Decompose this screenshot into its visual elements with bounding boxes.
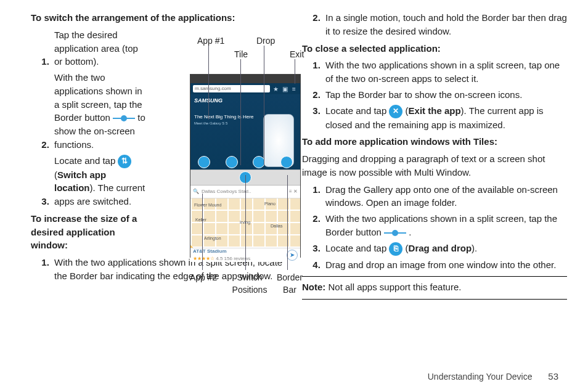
step-text: In a single motion, touch and hold the B… xyxy=(325,12,567,36)
label-app1: App #1 xyxy=(197,35,224,47)
step-2: With the two applications shown in a spl… xyxy=(323,212,567,239)
border-button-icon xyxy=(113,114,135,123)
step-text: With the two applications shown in a spl… xyxy=(325,60,560,84)
intro-text: Dragging and dropping a paragraph of tex… xyxy=(302,152,567,179)
text-frag: Locate and tap xyxy=(325,105,389,116)
label-switch: Switch Positions xyxy=(228,271,271,296)
exit-app-icon: ✕ xyxy=(389,105,402,118)
tile-icon xyxy=(198,156,210,168)
label-drop: Drop xyxy=(256,35,275,47)
city-label: Flower Mound xyxy=(194,202,221,208)
exit-app-icon xyxy=(280,156,293,168)
pointer-line xyxy=(287,175,288,270)
step-text: Tap the desired application area (top or… xyxy=(54,28,147,68)
city-label: Plano xyxy=(264,201,276,207)
step-text: With the two applications shown in a spl… xyxy=(54,71,147,152)
step-1: With the two applications shown in a spl… xyxy=(323,59,567,86)
label-border: Border Bar xyxy=(274,271,305,296)
text-frag: Locate and tap xyxy=(54,155,118,166)
top-app-pane: SAMSUNG The Next Big Thing Is Here Meet … xyxy=(190,94,300,169)
pointer-line xyxy=(202,194,203,270)
pointer-line xyxy=(208,46,209,120)
step-1: Drag the Gallery app onto one of the ava… xyxy=(323,183,567,210)
border-button-icon xyxy=(384,229,406,237)
figure-multi-window: App #1 Tile Drop Exit m.samsung.com ★ ▣ … xyxy=(190,35,310,258)
note-text: Note: Not all apps support this feature. xyxy=(302,280,567,294)
text-frag: With the two applications shown in a spl… xyxy=(325,213,557,237)
label-exit: Exit xyxy=(290,48,304,60)
star-rating-icon: ★★★★☆ xyxy=(193,256,214,261)
heading-add-tiles: To add more application windows with Til… xyxy=(302,135,567,149)
city-label: Dallas xyxy=(271,223,282,229)
step-text: Drag the Gallery app onto one of the ava… xyxy=(325,184,558,208)
border-icons-row xyxy=(190,156,300,168)
step-text: Drag and drop an image from one window i… xyxy=(325,259,556,270)
city-label: Arlington xyxy=(204,235,221,242)
pointer-line xyxy=(245,175,246,270)
route-icon: ➤ xyxy=(287,250,298,261)
phone-statusbar xyxy=(190,75,300,83)
brand-text: SAMSUNG xyxy=(194,97,298,105)
label-tile: Tile xyxy=(234,48,248,60)
stadium-name: AT&T Stadium xyxy=(193,248,250,255)
search-icon: 🔍 xyxy=(193,188,199,195)
text-frag: ). xyxy=(472,243,477,253)
heading-close-app: To close a selected application: xyxy=(302,42,567,55)
steps-increase-size-cont: In a single motion, touch and hold the B… xyxy=(302,11,567,38)
step-text: Tap the Border bar to show the on-screen… xyxy=(325,89,522,100)
menu-icon: ≡ xyxy=(290,85,298,92)
label-app2: App #2 xyxy=(190,271,217,284)
browser-header: m.samsung.com ★ ▣ ≡ xyxy=(190,83,300,94)
step-text: Locate and tap ⇅ (Switch app location). … xyxy=(54,154,147,208)
step-3: Locate and tap ✕ (Exit the app). The cur… xyxy=(323,104,567,132)
step-3: Locate and tap ⎘ (Drag and drop). xyxy=(323,242,567,256)
steps-add-tiles: Drag the Gallery app onto one of the ava… xyxy=(302,183,567,272)
footer-section: Understanding Your Device xyxy=(428,372,533,382)
step-2: In a single motion, touch and hold the B… xyxy=(323,11,567,38)
url-box: m.samsung.com xyxy=(193,85,270,92)
note-body: Not all apps support this feature. xyxy=(325,282,461,292)
bold-text: Exit the app xyxy=(409,105,461,116)
heading-increase-size: To increase the size of a desired applic… xyxy=(31,212,148,252)
text-frag: Locate and tap xyxy=(325,243,389,253)
city-label: Keller xyxy=(195,217,206,223)
note-label: Note: xyxy=(302,282,325,292)
tabs-icon: ▣ xyxy=(281,85,288,92)
pointer-line xyxy=(240,59,241,165)
text-frag: . xyxy=(409,227,411,237)
switch-location-icon: ⇅ xyxy=(118,155,131,168)
heading-switch-arrangement: To switch the arrangement of the applica… xyxy=(31,11,284,25)
step-2: Tap the Border bar to show the on-screen… xyxy=(323,88,567,102)
note-rule-bottom xyxy=(302,299,567,300)
drag-drop-icon: ⎘ xyxy=(389,242,402,256)
note-rule-top xyxy=(302,276,567,277)
search-text: Dallas Cowboys Stad.. xyxy=(202,188,251,195)
step-4: Drag and drop an image from one window i… xyxy=(323,258,567,272)
page-footer: Understanding Your Device 53 xyxy=(0,370,588,383)
steps-close-app: With the two applications shown in a spl… xyxy=(302,59,567,131)
switch-pos-icon xyxy=(226,156,238,168)
bold-text: Drag and drop xyxy=(409,243,472,253)
footer-page-number: 53 xyxy=(548,370,558,383)
fav-icon: ★ xyxy=(272,85,279,92)
close-icon: ✕ xyxy=(292,188,298,195)
pointer-line xyxy=(264,46,264,165)
pointer-line xyxy=(295,59,295,84)
